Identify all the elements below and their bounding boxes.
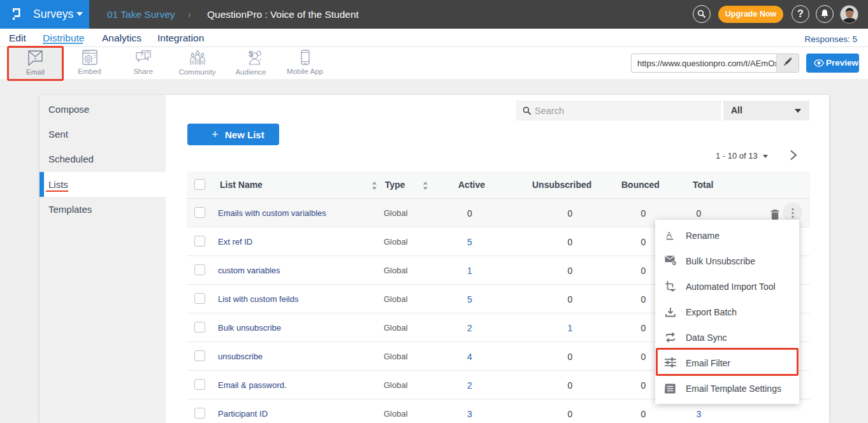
- svg-text:$: $: [249, 50, 254, 59]
- svg-text:A: A: [667, 230, 672, 240]
